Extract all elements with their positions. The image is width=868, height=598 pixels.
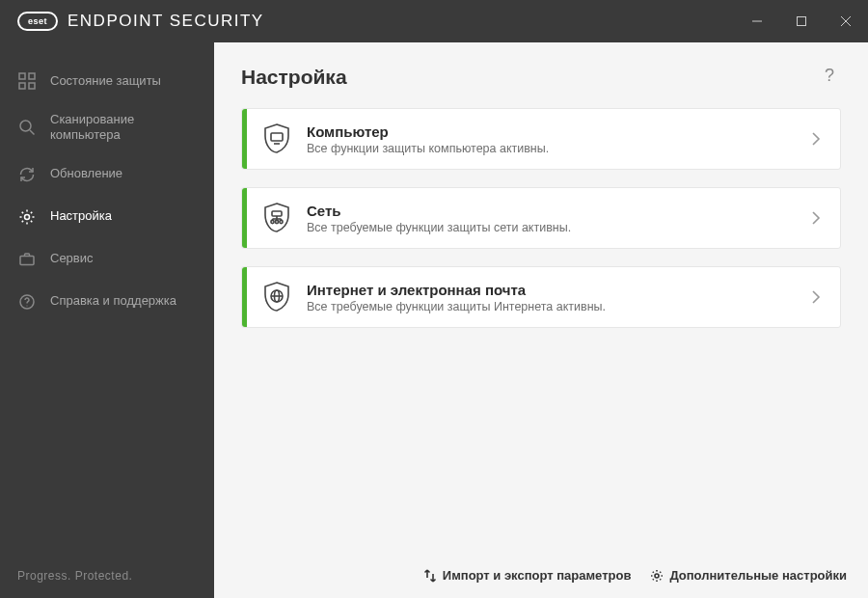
setup-card-network[interactable]: Сеть Все требуемые функции защиты сети а… [241, 187, 841, 249]
shield-globe-icon [247, 281, 307, 313]
sidebar-item-label: Обновление [50, 166, 122, 181]
help-button[interactable]: ? [818, 66, 841, 89]
card-title: Сеть [307, 203, 800, 219]
advanced-settings-link[interactable]: Дополнительные настройки [650, 568, 847, 583]
card-title: Компьютер [307, 123, 800, 140]
shield-network-icon [247, 202, 307, 234]
main-header: Настройка ? [214, 42, 868, 104]
brand-tagline: Progress. Protected. [0, 569, 214, 598]
card-title: Интернет и электронная почта [307, 282, 800, 298]
svg-rect-1 [798, 17, 806, 26]
sidebar-item-setup[interactable]: Настройка [0, 196, 214, 238]
sidebar-item-label: Состояние защиты [50, 73, 161, 89]
page-title: Настройка [241, 66, 347, 89]
chevron-right-icon [800, 289, 821, 305]
svg-rect-6 [19, 83, 25, 89]
refresh-icon [17, 165, 37, 184]
svg-point-10 [25, 214, 30, 219]
gear-icon [17, 207, 37, 227]
sidebar-item-tools[interactable]: Сервис [0, 238, 214, 281]
svg-rect-11 [20, 256, 34, 264]
card-subtitle: Все требуемые функции защиты сети активн… [307, 221, 800, 234]
footer-link-label: Импорт и экспорт параметров [443, 568, 632, 583]
sidebar-item-label: Настройка [50, 208, 112, 224]
maximize-button[interactable] [779, 0, 824, 42]
shield-monitor-icon [247, 122, 307, 155]
svg-point-8 [20, 121, 31, 131]
svg-rect-14 [271, 133, 283, 141]
svg-point-13 [26, 305, 27, 306]
import-export-icon [423, 569, 437, 583]
setup-card-computer[interactable]: Компьютер Все функции защиты компьютера … [241, 108, 841, 170]
briefcase-icon [17, 250, 37, 269]
help-icon [17, 292, 37, 312]
sidebar-item-label: Сканирование компьютера [50, 112, 201, 144]
sidebar-item-label: Справка и поддержка [50, 293, 176, 309]
card-subtitle: Все функции защиты компьютера активны. [307, 142, 800, 155]
sidebar-item-label: Сервис [50, 251, 94, 266]
sidebar-item-scan[interactable]: Сканирование компьютера [0, 102, 214, 153]
svg-point-19 [275, 220, 278, 223]
svg-point-20 [280, 220, 283, 223]
brand-logo: eset [17, 12, 58, 31]
window-controls [735, 0, 868, 42]
card-subtitle: Все требуемые функции защиты Интернета а… [307, 300, 800, 313]
chevron-right-icon [800, 210, 821, 226]
titlebar: eset ENDPOINT SECURITY [0, 0, 868, 42]
svg-point-18 [271, 220, 274, 223]
sidebar-item-update[interactable]: Обновление [0, 153, 214, 196]
svg-rect-4 [19, 73, 25, 79]
footer-link-label: Дополнительные настройки [669, 568, 847, 583]
minimize-button[interactable] [735, 0, 779, 42]
setup-cards: Компьютер Все функции защиты компьютера … [214, 104, 868, 332]
app-title: ENDPOINT SECURITY [68, 12, 264, 31]
gear-icon [650, 569, 664, 583]
close-button[interactable] [824, 0, 868, 42]
svg-line-9 [30, 130, 35, 135]
sidebar-item-status[interactable]: Состояние защиты [0, 60, 214, 102]
sidebar-item-help[interactable]: Справка и поддержка [0, 281, 214, 323]
dashboard-icon [17, 71, 37, 91]
chevron-right-icon [800, 131, 821, 147]
setup-card-web-email[interactable]: Интернет и электронная почта Все требуем… [241, 266, 841, 328]
main-panel: Настройка ? Компьютер Все функции защиты… [214, 42, 868, 598]
magnifier-icon [17, 118, 37, 137]
svg-rect-16 [272, 211, 282, 216]
svg-rect-5 [29, 73, 35, 79]
import-export-link[interactable]: Импорт и экспорт параметров [423, 568, 632, 583]
main-footer: Импорт и экспорт параметров Дополнительн… [214, 555, 868, 598]
sidebar: Состояние защиты Сканирование компьютера… [0, 42, 214, 598]
svg-point-27 [655, 574, 659, 578]
svg-rect-7 [29, 83, 35, 89]
